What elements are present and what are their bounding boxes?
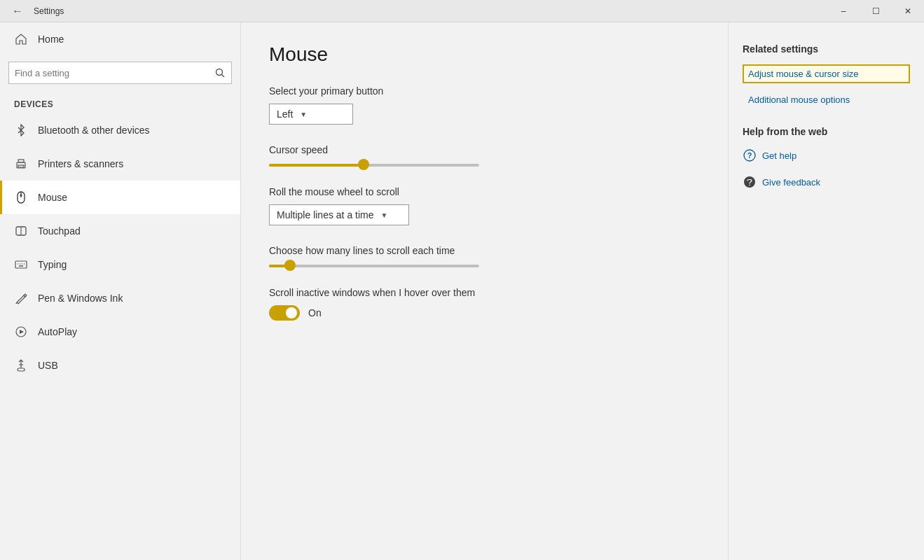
sidebar-item-bluetooth-label: Bluetooth & other devices <box>38 125 150 136</box>
svg-rect-10 <box>15 261 27 268</box>
give-feedback-label: Give feedback <box>762 177 820 188</box>
additional-mouse-options-link[interactable]: Additional mouse options <box>743 90 910 109</box>
help-title: Help from the web <box>743 126 910 137</box>
sidebar: Home Devices Bluetooth & other devices <box>0 22 241 560</box>
scroll-lines-section: Choose how many lines to scroll each tim… <box>269 245 700 267</box>
title-bar: ← Settings – ☐ ✕ <box>0 0 924 22</box>
scroll-wheel-arrow-icon: ▼ <box>381 211 388 219</box>
sidebar-item-usb-label: USB <box>38 360 58 371</box>
primary-button-arrow-icon: ▼ <box>300 111 307 118</box>
typing-icon <box>14 258 28 272</box>
search-box <box>8 62 232 84</box>
home-icon <box>14 32 28 46</box>
cursor-speed-section: Cursor speed <box>269 144 700 167</box>
scroll-lines-label: Choose how many lines to scroll each tim… <box>269 245 700 256</box>
related-settings-title: Related settings <box>743 43 910 55</box>
right-panel: Related settings Adjust mouse & cursor s… <box>728 22 924 560</box>
sidebar-item-touchpad-label: Touchpad <box>38 225 81 237</box>
minimize-button[interactable]: – <box>827 0 860 22</box>
sidebar-item-pen[interactable]: Pen & Windows Ink <box>0 281 240 315</box>
pen-icon <box>14 291 28 305</box>
scroll-inactive-section: Scroll inactive windows when I hover ove… <box>269 287 700 321</box>
sidebar-item-pen-label: Pen & Windows Ink <box>38 293 123 304</box>
main-content: Mouse Select your primary button Left ▼ … <box>241 22 728 560</box>
sidebar-item-autoplay-label: AutoPlay <box>38 326 77 337</box>
search-icon <box>215 68 225 78</box>
app-container: Home Devices Bluetooth & other devices <box>0 22 924 560</box>
svg-line-1 <box>222 75 225 78</box>
svg-rect-4 <box>18 165 24 167</box>
sidebar-item-bluetooth[interactable]: Bluetooth & other devices <box>0 113 240 147</box>
help-circle-icon: ? <box>743 148 757 162</box>
mouse-icon <box>14 190 28 204</box>
autoplay-icon <box>14 325 28 339</box>
printer-icon <box>14 157 28 171</box>
toggle-knob <box>286 307 297 318</box>
svg-text:?: ? <box>747 151 752 160</box>
sidebar-item-autoplay[interactable]: AutoPlay <box>0 315 240 349</box>
title-bar-title: Settings <box>34 6 64 16</box>
svg-rect-3 <box>18 160 24 162</box>
scroll-wheel-section: Roll the mouse wheel to scroll Multiple … <box>269 186 700 225</box>
scroll-inactive-label: Scroll inactive windows when I hover ove… <box>269 287 700 298</box>
sidebar-item-printers[interactable]: Printers & scanners <box>0 147 240 181</box>
touchpad-icon <box>14 224 28 238</box>
primary-button-value: Left <box>277 108 293 120</box>
cursor-speed-slider-track[interactable] <box>269 164 479 167</box>
sidebar-item-usb[interactable]: USB <box>0 349 240 382</box>
svg-point-0 <box>216 69 223 76</box>
sidebar-item-typing-label: Typing <box>38 259 67 270</box>
feedback-icon <box>743 175 757 189</box>
scroll-inactive-toggle[interactable] <box>269 305 300 321</box>
get-help-link[interactable]: ? Get help <box>743 146 910 165</box>
sidebar-item-home[interactable]: Home <box>0 22 240 56</box>
sidebar-item-mouse-label: Mouse <box>38 192 67 203</box>
title-bar-left: ← Settings <box>7 1 64 22</box>
sidebar-item-touchpad[interactable]: Touchpad <box>0 214 240 248</box>
svg-rect-20 <box>18 368 25 371</box>
sidebar-section-label: Devices <box>0 92 240 113</box>
cursor-speed-label: Cursor speed <box>269 144 700 155</box>
scroll-wheel-dropdown[interactable]: Multiple lines at a time ▼ <box>269 204 409 225</box>
search-input[interactable] <box>9 64 209 83</box>
cursor-speed-thumb[interactable] <box>358 159 369 170</box>
sidebar-item-home-label: Home <box>38 34 64 45</box>
bluetooth-icon <box>14 123 28 137</box>
maximize-button[interactable]: ☐ <box>860 0 892 22</box>
sidebar-item-printers-label: Printers & scanners <box>38 158 123 169</box>
scroll-lines-slider-track[interactable] <box>269 265 479 267</box>
give-feedback-link[interactable]: Give feedback <box>743 172 910 192</box>
sidebar-item-typing[interactable]: Typing <box>0 248 240 281</box>
back-button[interactable]: ← <box>7 1 28 22</box>
primary-button-label: Select your primary button <box>269 85 700 97</box>
title-bar-controls: – ☐ ✕ <box>827 0 924 22</box>
adjust-cursor-link[interactable]: Adjust mouse & cursor size <box>743 64 910 83</box>
page-title: Mouse <box>269 43 700 66</box>
svg-point-24 <box>749 185 750 186</box>
svg-point-7 <box>20 195 22 197</box>
svg-point-23 <box>744 176 755 188</box>
scroll-wheel-label: Roll the mouse wheel to scroll <box>269 186 700 197</box>
svg-marker-17 <box>20 330 24 334</box>
get-help-label: Get help <box>762 150 797 161</box>
scroll-inactive-toggle-row: On <box>269 305 700 321</box>
primary-button-section: Select your primary button Left ▼ <box>269 85 700 125</box>
scroll-wheel-value: Multiple lines at a time <box>277 209 374 220</box>
search-button[interactable] <box>209 62 231 83</box>
scroll-lines-thumb[interactable] <box>284 260 296 271</box>
sidebar-item-mouse[interactable]: Mouse <box>0 181 240 214</box>
cursor-speed-fill <box>269 164 364 167</box>
scroll-inactive-toggle-label: On <box>308 307 322 318</box>
close-button[interactable]: ✕ <box>892 0 924 22</box>
usb-icon <box>14 358 28 372</box>
primary-button-dropdown[interactable]: Left ▼ <box>269 104 353 125</box>
